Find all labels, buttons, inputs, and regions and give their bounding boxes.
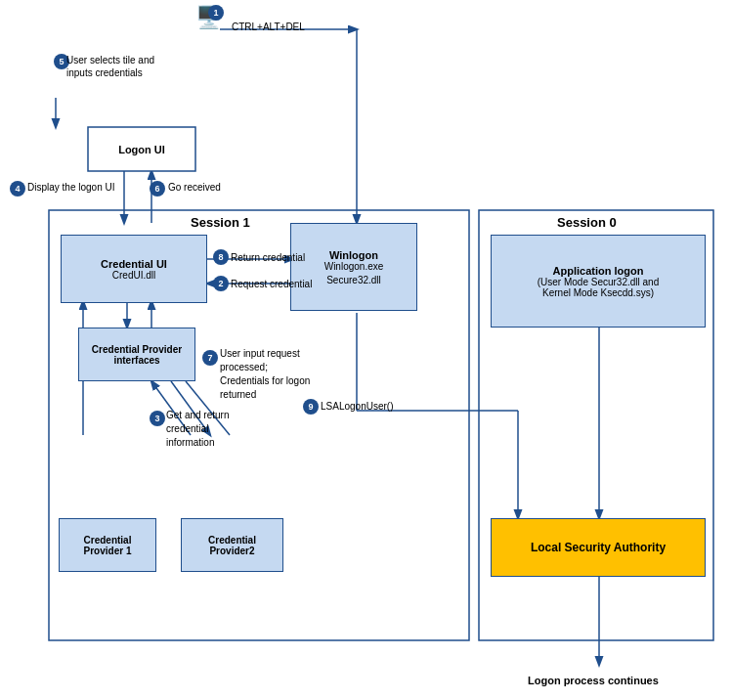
badge-3: 3: [150, 411, 165, 426]
return-credential-label: Return credential: [231, 252, 305, 263]
badge-7: 7: [202, 350, 218, 366]
credential-provider2-box: Credential Provider2: [181, 518, 283, 572]
session0-label: Session 0: [557, 215, 617, 230]
logon-process-continues-label: Logon process continues: [528, 675, 659, 686]
badge-8: 8: [213, 249, 229, 265]
winlogon-box: Winlogon Winlogon.exe Secure32.dll: [290, 223, 417, 311]
credential-provider-interfaces-box: Credential Provider interfaces: [78, 328, 195, 381]
application-logon-box: Application logon (User Mode Secur32.dll…: [491, 235, 706, 328]
ctrl-alt-del-label: CTRL+ALT+DEL: [232, 22, 305, 32]
lsa-logon-user-label: LSALogonUser(): [321, 401, 393, 412]
local-security-authority-box: Local Security Authority: [491, 518, 706, 577]
badge-2: 2: [213, 276, 229, 291]
get-and-return-label: Get and return credential information: [166, 409, 254, 450]
credential-ui-box: Credential UI CredUI.dll: [61, 235, 207, 303]
badge-4: 4: [10, 181, 25, 197]
display-logon-ui-label: Display the logon UI: [27, 182, 115, 193]
session1-label: Session 1: [191, 215, 250, 230]
credential-provider1-box: Credential Provider 1: [59, 518, 156, 572]
user-selects-label: User selects tile and inputs credentials: [66, 54, 164, 79]
diagram-container: 🖥️ 1 CTRL+ALT+DEL 5 User selects tile an…: [0, 0, 732, 700]
go-received-label: Go received: [168, 182, 221, 193]
badge-9: 9: [303, 399, 319, 415]
badge-6: 6: [150, 181, 165, 197]
badge-1: 1: [208, 5, 224, 21]
user-input-request-label: User input request processed; Credential…: [220, 347, 318, 402]
request-credential-label: Request credential: [231, 279, 312, 289]
logon-ui-label: Logon UI: [88, 127, 195, 171]
